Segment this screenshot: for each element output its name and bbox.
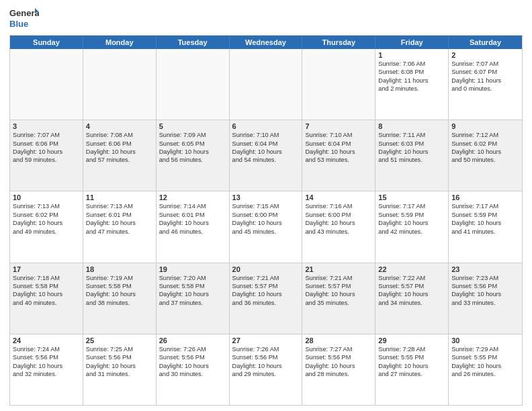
day-number: 7 (305, 122, 372, 130)
cal-row-1: 3Sunrise: 7:07 AMSunset: 6:06 PMDaylight… (10, 120, 522, 191)
day-number: 26 (159, 336, 226, 345)
cell-text: Sunrise: 7:13 AMSunset: 6:01 PMDaylight:… (86, 202, 153, 236)
day-number: 22 (378, 265, 445, 273)
cell-text: Sunrise: 7:17 AMSunset: 5:59 PMDaylight:… (378, 202, 445, 236)
cal-cell (10, 49, 83, 120)
cal-cell: 1Sunrise: 7:06 AMSunset: 6:08 PMDaylight… (375, 49, 449, 120)
cal-row-0: 1Sunrise: 7:06 AMSunset: 6:08 PMDaylight… (10, 49, 522, 120)
cell-text: Sunrise: 7:10 AMSunset: 6:04 PMDaylight:… (232, 131, 300, 165)
cal-cell: 26Sunrise: 7:26 AMSunset: 5:56 PMDayligh… (157, 334, 230, 405)
cal-cell: 28Sunrise: 7:27 AMSunset: 5:56 PMDayligh… (302, 334, 375, 405)
day-number: 6 (232, 122, 300, 130)
cal-cell: 23Sunrise: 7:23 AMSunset: 5:56 PMDayligh… (449, 263, 522, 334)
cal-cell: 14Sunrise: 7:16 AMSunset: 6:00 PMDayligh… (302, 191, 375, 262)
svg-text:Blue: Blue (9, 19, 28, 29)
cell-text: Sunrise: 7:24 AMSunset: 5:56 PMDaylight:… (13, 345, 80, 379)
calendar-body: 1Sunrise: 7:06 AMSunset: 6:08 PMDaylight… (10, 49, 522, 405)
cell-text: Sunrise: 7:29 AMSunset: 5:55 PMDaylight:… (451, 345, 519, 379)
day-number: 5 (159, 122, 226, 130)
day-number: 29 (378, 336, 445, 345)
cal-cell: 20Sunrise: 7:21 AMSunset: 5:57 PMDayligh… (230, 263, 303, 334)
cell-text: Sunrise: 7:07 AMSunset: 6:06 PMDaylight:… (13, 131, 80, 165)
cell-text: Sunrise: 7:25 AMSunset: 5:56 PMDaylight:… (86, 345, 153, 379)
cell-text: Sunrise: 7:08 AMSunset: 6:06 PMDaylight:… (86, 131, 153, 165)
cal-cell: 2Sunrise: 7:07 AMSunset: 6:07 PMDaylight… (449, 49, 522, 120)
cal-cell (157, 49, 230, 120)
cal-cell: 24Sunrise: 7:24 AMSunset: 5:56 PMDayligh… (10, 334, 83, 405)
cal-cell: 4Sunrise: 7:08 AMSunset: 6:06 PMDaylight… (83, 120, 157, 191)
cal-header-wednesday: Wednesday (230, 36, 303, 49)
day-number: 3 (13, 122, 80, 130)
cal-header-saturday: Saturday (449, 36, 522, 49)
cal-cell (83, 49, 157, 120)
cell-text: Sunrise: 7:15 AMSunset: 6:00 PMDaylight:… (232, 202, 300, 236)
day-number: 28 (305, 336, 372, 345)
logo-svg: General Blue (9, 7, 39, 31)
cal-cell (302, 49, 375, 120)
cal-cell: 16Sunrise: 7:17 AMSunset: 5:59 PMDayligh… (449, 191, 522, 262)
day-number: 1 (378, 51, 445, 59)
day-number: 11 (86, 193, 153, 201)
day-number: 18 (86, 265, 153, 273)
calendar: SundayMondayTuesdayWednesdayThursdayFrid… (9, 35, 523, 406)
cell-text: Sunrise: 7:19 AMSunset: 5:58 PMDaylight:… (86, 274, 153, 308)
cal-cell: 19Sunrise: 7:20 AMSunset: 5:58 PMDayligh… (157, 263, 230, 334)
day-number: 16 (451, 193, 519, 201)
cell-text: Sunrise: 7:22 AMSunset: 5:57 PMDaylight:… (378, 274, 445, 308)
cal-cell: 22Sunrise: 7:22 AMSunset: 5:57 PMDayligh… (375, 263, 449, 334)
cell-text: Sunrise: 7:11 AMSunset: 6:03 PMDaylight:… (378, 131, 445, 165)
cell-text: Sunrise: 7:07 AMSunset: 6:07 PMDaylight:… (451, 60, 519, 93)
cell-text: Sunrise: 7:09 AMSunset: 6:05 PMDaylight:… (159, 131, 226, 165)
cal-cell: 11Sunrise: 7:13 AMSunset: 6:01 PMDayligh… (83, 191, 157, 262)
cell-text: Sunrise: 7:10 AMSunset: 6:04 PMDaylight:… (305, 131, 372, 165)
cal-cell: 3Sunrise: 7:07 AMSunset: 6:06 PMDaylight… (10, 120, 83, 191)
cal-cell: 9Sunrise: 7:12 AMSunset: 6:02 PMDaylight… (449, 120, 522, 191)
cal-cell: 29Sunrise: 7:28 AMSunset: 5:55 PMDayligh… (375, 334, 449, 405)
day-number: 23 (451, 265, 519, 273)
cal-cell: 27Sunrise: 7:26 AMSunset: 5:56 PMDayligh… (230, 334, 303, 405)
cell-text: Sunrise: 7:27 AMSunset: 5:56 PMDaylight:… (305, 345, 372, 379)
day-number: 4 (86, 122, 153, 130)
cal-cell: 17Sunrise: 7:18 AMSunset: 5:58 PMDayligh… (10, 263, 83, 334)
day-number: 12 (159, 193, 226, 201)
cal-cell: 18Sunrise: 7:19 AMSunset: 5:58 PMDayligh… (83, 263, 157, 334)
cal-cell: 8Sunrise: 7:11 AMSunset: 6:03 PMDaylight… (375, 120, 449, 191)
svg-text:General: General (9, 8, 39, 18)
cell-text: Sunrise: 7:26 AMSunset: 5:56 PMDaylight:… (159, 345, 226, 379)
cal-cell: 25Sunrise: 7:25 AMSunset: 5:56 PMDayligh… (83, 334, 157, 405)
day-number: 10 (13, 193, 80, 201)
day-number: 20 (232, 265, 300, 273)
day-number: 8 (378, 122, 445, 130)
cell-text: Sunrise: 7:17 AMSunset: 5:59 PMDaylight:… (451, 202, 519, 236)
cell-text: Sunrise: 7:21 AMSunset: 5:57 PMDaylight:… (305, 274, 372, 308)
cal-cell: 30Sunrise: 7:29 AMSunset: 5:55 PMDayligh… (449, 334, 522, 405)
cell-text: Sunrise: 7:28 AMSunset: 5:55 PMDaylight:… (378, 345, 445, 379)
cal-cell: 15Sunrise: 7:17 AMSunset: 5:59 PMDayligh… (375, 191, 449, 262)
cell-text: Sunrise: 7:06 AMSunset: 6:08 PMDaylight:… (378, 60, 445, 93)
cell-text: Sunrise: 7:16 AMSunset: 6:00 PMDaylight:… (305, 202, 372, 236)
logo: General Blue (9, 7, 39, 31)
cell-text: Sunrise: 7:26 AMSunset: 5:56 PMDaylight:… (232, 345, 300, 379)
day-number: 2 (451, 51, 519, 59)
cell-text: Sunrise: 7:18 AMSunset: 5:58 PMDaylight:… (13, 274, 80, 308)
cal-cell: 21Sunrise: 7:21 AMSunset: 5:57 PMDayligh… (302, 263, 375, 334)
cal-cell: 13Sunrise: 7:15 AMSunset: 6:00 PMDayligh… (230, 191, 303, 262)
cal-row-2: 10Sunrise: 7:13 AMSunset: 6:02 PMDayligh… (10, 191, 522, 263)
day-number: 9 (451, 122, 519, 130)
cal-header-thursday: Thursday (302, 36, 375, 49)
day-number: 27 (232, 336, 300, 345)
cell-text: Sunrise: 7:12 AMSunset: 6:02 PMDaylight:… (451, 131, 519, 165)
cal-header-sunday: Sunday (10, 36, 83, 49)
cal-cell: 6Sunrise: 7:10 AMSunset: 6:04 PMDaylight… (230, 120, 303, 191)
cal-header-monday: Monday (83, 36, 157, 49)
day-number: 13 (232, 193, 300, 201)
cell-text: Sunrise: 7:23 AMSunset: 5:56 PMDaylight:… (451, 274, 519, 308)
day-number: 14 (305, 193, 372, 201)
day-number: 21 (305, 265, 372, 273)
cal-cell: 5Sunrise: 7:09 AMSunset: 6:05 PMDaylight… (157, 120, 230, 191)
calendar-header-row: SundayMondayTuesdayWednesdayThursdayFrid… (10, 36, 522, 49)
cal-cell (230, 49, 303, 120)
cell-text: Sunrise: 7:13 AMSunset: 6:02 PMDaylight:… (13, 202, 80, 236)
cell-text: Sunrise: 7:21 AMSunset: 5:57 PMDaylight:… (232, 274, 300, 308)
cal-cell: 12Sunrise: 7:14 AMSunset: 6:01 PMDayligh… (157, 191, 230, 262)
